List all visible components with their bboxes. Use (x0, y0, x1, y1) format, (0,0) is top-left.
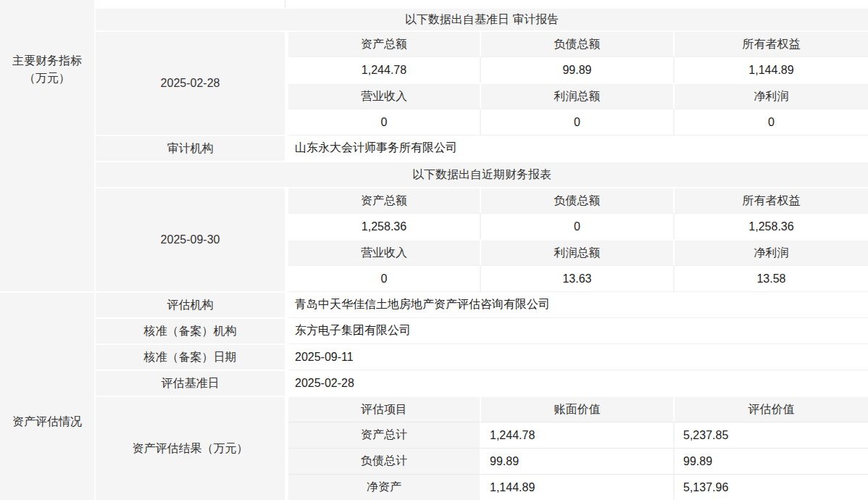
header-total-profit: 利润总额 (481, 83, 675, 109)
header-operating-revenue: 营业收入 (288, 239, 481, 265)
value-total-assets: 1,244.78 (288, 57, 481, 83)
banner-base-date-audit: 以下数据出自基准日 审计报告 (96, 7, 868, 30)
partial-row-divider (285, 0, 285, 7)
value-net-profit: 13.58 (675, 265, 868, 291)
section-label-line1: 主要财务指标 (12, 52, 82, 70)
result-book-value: 99.89 (481, 448, 675, 474)
approval-date-label: 核准（备案）日期 (96, 343, 288, 370)
evaluation-base-date-label: 评估基准日 (96, 370, 288, 396)
result-assessed-value: 5,137.96 (675, 474, 868, 500)
approval-date-value: 2025-09-11 (288, 343, 868, 370)
value-operating-revenue: 0 (288, 109, 481, 135)
header-owners-equity: 所有者权益 (675, 30, 868, 57)
value-owners-equity: 1,144.89 (675, 57, 868, 83)
value-net-profit: 0 (675, 109, 868, 135)
approval-agency-value: 东方电子集团有限公司 (288, 317, 868, 343)
approval-agency-label: 核准（备案）机构 (96, 317, 288, 343)
recent-period-date-cell: 2025-09-30 (96, 187, 288, 291)
value-total-profit: 0 (481, 109, 675, 135)
result-header-assessed-value: 评估价值 (675, 396, 868, 422)
header-total-profit: 利润总额 (481, 239, 675, 265)
evaluation-agency-value: 青岛中天华佳信土地房地产资产评估咨询有限公司 (288, 291, 868, 317)
result-assessed-value: 5,237.85 (675, 422, 868, 448)
value-total-profit: 13.63 (481, 265, 675, 291)
base-period-date-cell: 2025-02-28 (96, 30, 288, 135)
section-label-asset-evaluation: 资产评估情况 (0, 291, 96, 500)
result-item-total-liabilities: 负债总计 (288, 448, 481, 474)
value-total-liabilities: 99.89 (481, 57, 675, 83)
evaluation-result-label: 资产评估结果（万元） (96, 396, 288, 500)
result-item-total-assets: 资产总计 (288, 422, 481, 448)
banner-recent-statements: 以下数据出自近期财务报表 (96, 161, 868, 187)
result-book-value: 1,244.78 (481, 422, 675, 448)
header-total-liabilities: 负债总额 (481, 30, 675, 57)
header-owners-equity: 所有者权益 (675, 187, 868, 213)
partial-row-label-cell (96, 0, 288, 7)
audit-agency-value: 山东永大会计师事务所有限公司 (288, 135, 868, 161)
result-book-value: 1,144.89 (481, 474, 675, 500)
audit-agency-label: 审计机构 (96, 135, 288, 161)
value-total-liabilities: 0 (481, 213, 675, 239)
financial-detail-table: 主要财务指标 （万元） 资产评估情况 以下数据出自基准日 审计报告 2025-0… (0, 0, 868, 500)
partial-row-value-cell (288, 0, 868, 7)
header-net-profit: 净利润 (675, 239, 868, 265)
header-total-assets: 资产总额 (288, 30, 481, 57)
value-operating-revenue: 0 (288, 265, 481, 291)
result-item-net-assets: 净资产 (288, 474, 481, 500)
evaluation-base-date-value: 2025-02-28 (288, 370, 868, 396)
header-operating-revenue: 营业收入 (288, 83, 481, 109)
section-label-text: 资产评估情况 (12, 413, 82, 430)
result-header-book-value: 账面价值 (481, 396, 675, 422)
result-header-item: 评估项目 (288, 396, 481, 422)
evaluation-agency-label: 评估机构 (96, 291, 288, 317)
header-total-assets: 资产总额 (288, 187, 481, 213)
section-label-line2: （万元） (24, 70, 70, 87)
value-owners-equity: 1,258.36 (675, 213, 868, 239)
result-assessed-value: 99.89 (675, 448, 868, 474)
value-total-assets: 1,258.36 (288, 213, 481, 239)
header-total-liabilities: 负债总额 (481, 187, 675, 213)
section-label-financial-indicators: 主要财务指标 （万元） (0, 0, 96, 291)
header-net-profit: 净利润 (675, 83, 868, 109)
